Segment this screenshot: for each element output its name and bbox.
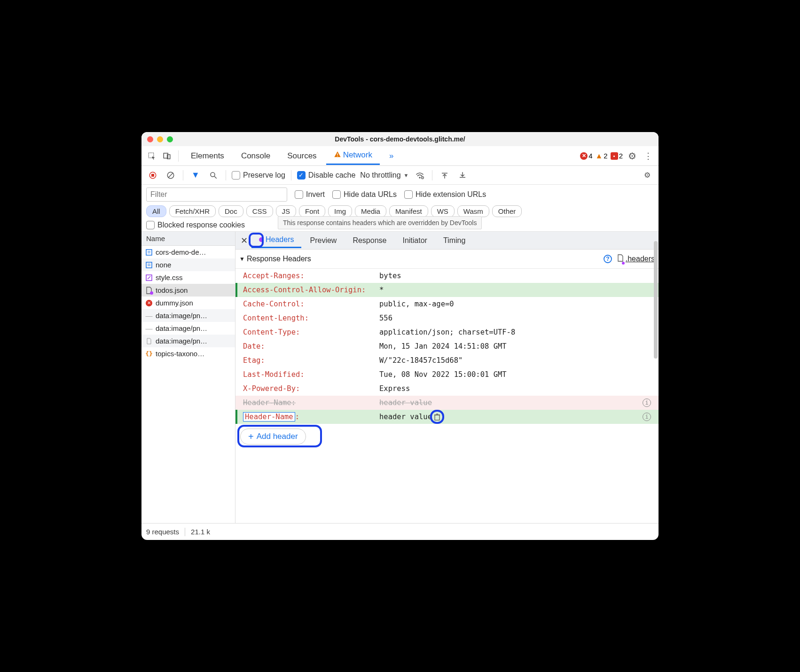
- svg-rect-6: [151, 174, 154, 177]
- error-icon: ✕: [145, 299, 153, 307]
- chip-img[interactable]: Img: [328, 205, 352, 217]
- throttling-select[interactable]: No throttling▼: [360, 171, 408, 180]
- export-har-icon[interactable]: [456, 169, 469, 182]
- search-icon[interactable]: [207, 169, 220, 182]
- warning-count-badge[interactable]: ▲2: [595, 152, 607, 160]
- chip-ws[interactable]: WS: [431, 205, 455, 217]
- header-key: Etag:: [243, 356, 379, 365]
- device-toolbar-icon[interactable]: [160, 149, 173, 163]
- header-key: Content-Length:: [243, 314, 379, 322]
- issue-count-badge[interactable]: ▪2: [611, 152, 623, 160]
- network-settings-icon[interactable]: ⚙: [641, 169, 654, 182]
- svg-point-11: [419, 177, 421, 178]
- document-icon: [145, 249, 153, 256]
- chip-js[interactable]: JS: [276, 205, 297, 217]
- chip-all[interactable]: All: [146, 205, 166, 217]
- detail-tab-response[interactable]: Response: [345, 234, 394, 248]
- chip-manifest[interactable]: Manifest: [389, 205, 428, 217]
- invert-checkbox[interactable]: Invert: [295, 190, 325, 199]
- add-header-button[interactable]: + Add header: [240, 429, 306, 445]
- disable-cache-checkbox[interactable]: ✓Disable cache: [297, 171, 356, 180]
- chip-doc[interactable]: Doc: [219, 205, 243, 217]
- preserve-log-checkbox[interactable]: Preserve log: [232, 171, 285, 180]
- close-details-button[interactable]: ✕: [237, 234, 251, 247]
- clear-button[interactable]: [164, 169, 177, 182]
- header-value-input[interactable]: header value: [379, 413, 432, 421]
- chip-css[interactable]: CSS: [246, 205, 273, 217]
- header-value: application/json; charset=UTF-8: [379, 328, 651, 336]
- section-title-text: Response Headers: [247, 255, 311, 263]
- svg-text:?: ?: [606, 256, 609, 262]
- close-window-button[interactable]: [147, 136, 153, 142]
- stylesheet-icon: [145, 274, 153, 281]
- request-name: cors-demo-de…: [156, 248, 206, 256]
- json-braces-icon: {}: [145, 350, 153, 358]
- request-row[interactable]: {} topics-taxono…: [141, 347, 235, 360]
- chip-wasm[interactable]: Wasm: [457, 205, 489, 217]
- help-icon[interactable]: ?: [603, 254, 612, 264]
- record-button[interactable]: [146, 169, 159, 182]
- tab-elements[interactable]: Elements: [183, 148, 232, 164]
- filter-icon[interactable]: ▼: [189, 169, 202, 182]
- header-value: Mon, 15 Jan 2024 14:51:08 GMT: [379, 342, 651, 351]
- blocked-response-cookies-checkbox[interactable]: Blocked response cookies: [146, 221, 245, 229]
- request-row[interactable]: none: [141, 258, 235, 271]
- detail-tab-initiator[interactable]: Initiator: [395, 234, 434, 248]
- response-headers-table: Accept-Ranges:bytes Access-Control-Allow…: [235, 269, 659, 424]
- tab-network[interactable]: Network: [326, 147, 380, 165]
- document-icon: [145, 261, 153, 269]
- delete-header-icon[interactable]: [433, 413, 441, 421]
- request-row[interactable]: — data:image/pn…: [141, 322, 235, 335]
- info-icon[interactable]: i: [643, 399, 651, 407]
- settings-icon[interactable]: ⚙: [626, 149, 639, 163]
- filter-input[interactable]: [146, 188, 287, 202]
- chip-fetch[interactable]: Fetch/XHR: [169, 205, 216, 217]
- svg-rect-4: [337, 156, 337, 156]
- request-row[interactable]: — data:image/pn…: [141, 309, 235, 322]
- info-icon[interactable]: i: [643, 413, 651, 421]
- minimize-window-button[interactable]: [157, 136, 163, 142]
- hide-data-urls-checkbox[interactable]: Hide data URLs: [332, 190, 397, 199]
- titlebar: DevTools - cors-demo-devtools.glitch.me/: [141, 132, 659, 146]
- request-row[interactable]: cors-demo-de…: [141, 246, 235, 258]
- tab-console[interactable]: Console: [234, 148, 278, 164]
- chip-other[interactable]: Other: [492, 205, 522, 217]
- response-headers-section[interactable]: ▼ Response Headers ? .headers: [235, 250, 659, 269]
- request-row[interactable]: data:image/pn…: [141, 335, 235, 347]
- request-row[interactable]: style.css: [141, 271, 235, 284]
- scrollbar[interactable]: [654, 241, 658, 359]
- header-value: Express: [379, 384, 651, 393]
- request-row[interactable]: ✕ dummy.json: [141, 297, 235, 309]
- header-value[interactable]: *: [379, 286, 651, 294]
- name-column-header[interactable]: Name: [141, 232, 235, 246]
- header-key: Last-Modified:: [243, 370, 379, 379]
- request-name: none: [156, 261, 171, 269]
- request-name: data:image/pn…: [156, 337, 207, 345]
- request-row[interactable]: todos.json: [141, 284, 235, 297]
- detail-tab-headers[interactable]: Headers: [251, 233, 301, 248]
- svg-rect-17: [146, 262, 152, 268]
- header-key-input[interactable]: Header-Name:: [243, 413, 379, 421]
- detail-tab-timing[interactable]: Timing: [436, 234, 473, 248]
- header-value: Tue, 08 Nov 2022 15:00:01 GMT: [379, 370, 651, 379]
- tab-sources[interactable]: Sources: [280, 148, 324, 164]
- hide-extension-urls-checkbox[interactable]: Hide extension URLs: [404, 190, 486, 199]
- more-menu-icon[interactable]: ⋮: [642, 149, 655, 163]
- error-count-badge[interactable]: ✕4: [580, 152, 592, 160]
- header-value: W/"22c-18457c15d68": [379, 356, 651, 365]
- maximize-window-button[interactable]: [167, 136, 173, 142]
- inspect-element-icon[interactable]: [145, 149, 158, 163]
- devtools-tab-strip: Elements Console Sources Network » ✕4 ▲2…: [141, 146, 659, 166]
- svg-rect-14: [146, 250, 152, 255]
- chip-media[interactable]: Media: [355, 205, 386, 217]
- headers-file-link[interactable]: .headers: [617, 254, 655, 264]
- more-tabs-button[interactable]: »: [382, 148, 401, 164]
- chip-font[interactable]: Font: [299, 205, 325, 217]
- detail-tab-preview[interactable]: Preview: [302, 234, 344, 248]
- header-key: Date:: [243, 342, 379, 351]
- header-key[interactable]: Access-Control-Allow-Origin:: [243, 286, 379, 294]
- request-name: data:image/pn…: [156, 324, 207, 332]
- request-name: dummy.json: [156, 299, 193, 307]
- import-har-icon[interactable]: [438, 169, 451, 182]
- network-conditions-icon[interactable]: [413, 169, 426, 182]
